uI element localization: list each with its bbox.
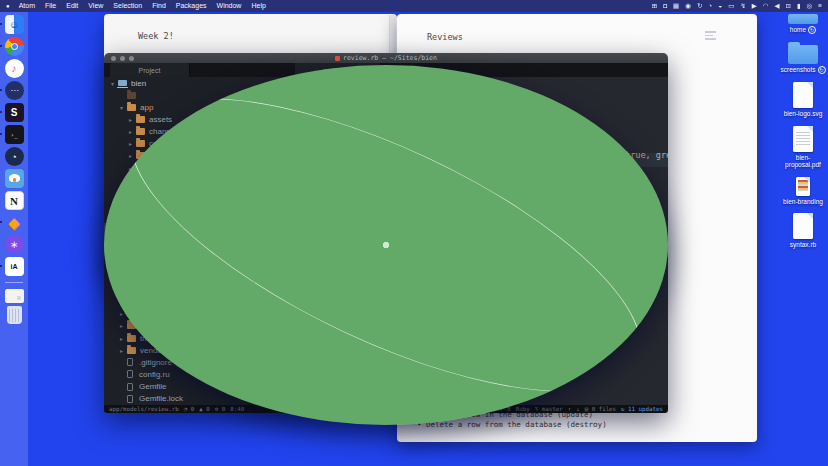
slack-icon[interactable]: S bbox=[5, 103, 24, 122]
minimize-window-button[interactable] bbox=[120, 56, 125, 61]
tab-project[interactable]: Project bbox=[110, 63, 190, 77]
desktop-icon-label: home ↻ bbox=[790, 26, 816, 34]
tree-node-icon bbox=[136, 128, 145, 135]
volume-icon[interactable]: ◀ bbox=[775, 0, 780, 12]
title-bar[interactable]: review.rb — ~/Sites/bien bbox=[104, 53, 668, 63]
tree-item-label: config.ru bbox=[139, 370, 170, 379]
finder-icon[interactable]: ☺ bbox=[5, 15, 24, 34]
chevron-icon: ▸ bbox=[129, 152, 136, 159]
bien-logo-file[interactable]: bien-logo.svg bbox=[779, 82, 827, 118]
app-menus: AtomFileEditViewSelectionFindPackagesWin… bbox=[19, 0, 266, 12]
apple-menu-icon[interactable]: ● bbox=[6, 0, 10, 12]
status-left: app/models/review.rb ◔ 0▲ 0⊘ 08:40 bbox=[109, 406, 244, 412]
file-icon bbox=[796, 177, 810, 196]
chrome-icon[interactable] bbox=[5, 37, 24, 56]
reviews-heading: Reviews bbox=[427, 32, 463, 42]
desktop-icon-label: bien-proposal.pdf bbox=[780, 154, 826, 169]
home-folder[interactable]: home ↻ bbox=[779, 14, 827, 34]
tree-node-icon bbox=[127, 383, 133, 391]
menu-item[interactable]: Find bbox=[152, 0, 166, 12]
sync-badge-icon: ↻ bbox=[818, 66, 826, 74]
tree-node-icon bbox=[127, 335, 136, 342]
contrast-icon[interactable]: ◒ bbox=[718, 0, 722, 12]
tree-item-label: app bbox=[140, 103, 153, 112]
film-app-icon[interactable]: ∗ bbox=[5, 235, 24, 254]
tree-item-label: bien bbox=[131, 79, 146, 88]
window-title: review.rb — ~/Sites/bien bbox=[335, 54, 437, 62]
menu-item[interactable]: Atom bbox=[19, 0, 35, 12]
status-segment[interactable]: ▤ 0 files bbox=[585, 406, 616, 412]
dock-icon-glyph: ∗ bbox=[10, 239, 18, 250]
notification-center-icon[interactable]: ≡ bbox=[818, 0, 822, 12]
desktop-icon-label: screenshots ↻ bbox=[780, 66, 825, 74]
dock-icon-glyph: ☺ bbox=[9, 19, 19, 30]
record-icon[interactable]: ◉ bbox=[685, 0, 691, 12]
sync-icon[interactable]: ↻ bbox=[697, 0, 702, 12]
syntax-file[interactable]: syntax.rb bbox=[779, 213, 827, 249]
status-segment[interactable]: ⌥ master bbox=[535, 406, 563, 412]
close-window-button[interactable] bbox=[111, 56, 116, 61]
battery-icon[interactable]: ▮ bbox=[797, 0, 801, 12]
status-segment[interactable]: ↻ 11 updates bbox=[621, 406, 663, 412]
bolt-icon[interactable]: ↯ bbox=[740, 0, 745, 12]
menu-bar: ● AtomFileEditViewSelectionFindPackagesW… bbox=[0, 0, 828, 12]
bien-branding-file[interactable]: bien-branding bbox=[779, 177, 827, 206]
chevron-icon: ▸ bbox=[120, 347, 127, 354]
chevron-icon: ▸ bbox=[129, 140, 136, 147]
atom-icon[interactable] bbox=[104, 65, 668, 425]
music-icon[interactable]: ♪ bbox=[5, 59, 24, 78]
code-token: , greater_than_ bbox=[646, 150, 668, 160]
screen-icon[interactable]: ⊡ bbox=[786, 0, 791, 12]
tweetbot-icon[interactable] bbox=[5, 169, 24, 188]
shield-icon[interactable]: ◘ bbox=[663, 0, 667, 12]
airplay-icon[interactable]: ▶ bbox=[752, 0, 757, 12]
tree-item-label: Gemfile.lock bbox=[139, 394, 183, 403]
status-segment[interactable]: ↑ bbox=[568, 406, 572, 412]
zoom-window-button[interactable] bbox=[129, 56, 134, 61]
tree-item-label: Gemfile bbox=[139, 382, 167, 391]
notion-icon[interactable]: N bbox=[5, 191, 24, 210]
file-icon bbox=[793, 82, 813, 108]
menu-item[interactable]: Selection bbox=[113, 0, 142, 12]
status-metric[interactable]: ▲ 0 bbox=[199, 406, 209, 412]
chevron-icon: ▸ bbox=[129, 128, 136, 135]
clock-icon[interactable]: ◔ bbox=[708, 0, 712, 12]
dock-icon-glyph: iA bbox=[11, 263, 18, 270]
clock-app-icon[interactable]: ◔ bbox=[5, 147, 24, 166]
tree-node-icon bbox=[136, 140, 145, 147]
chevron-icon: ▸ bbox=[120, 322, 127, 329]
display-mirror-icon[interactable]: ⊞ bbox=[652, 0, 657, 12]
status-segment[interactable]: Ruby bbox=[516, 406, 530, 412]
window-app-icon[interactable]: ▦ bbox=[673, 0, 679, 12]
menu-item[interactable]: File bbox=[45, 0, 56, 12]
menu-bar-tray: ⊞◘▦◉↻◔◒▭↯▶◠◀⊡▮◎≡ bbox=[652, 0, 822, 12]
menu-item[interactable]: Packages bbox=[176, 0, 207, 12]
status-metric[interactable]: ◔ 0 bbox=[184, 406, 194, 412]
ruby-file-icon bbox=[335, 56, 340, 61]
messages-icon[interactable]: ⋯ bbox=[5, 81, 24, 100]
status-metric[interactable]: ⊘ 0 bbox=[215, 406, 225, 412]
file-icon bbox=[788, 14, 818, 24]
status-segment[interactable]: ↓ bbox=[576, 406, 580, 412]
menu-item[interactable]: Window bbox=[217, 0, 242, 12]
letter-icon[interactable] bbox=[5, 289, 24, 303]
ia-writer-icon[interactable]: iA bbox=[5, 257, 24, 276]
window-title-text: review.rb — ~/Sites/bien bbox=[343, 54, 437, 62]
file-icon bbox=[793, 213, 813, 239]
sketch-icon[interactable]: ◆ bbox=[5, 213, 24, 232]
chevron-icon: ▸ bbox=[120, 335, 127, 342]
menu-item[interactable]: Help bbox=[251, 0, 265, 12]
trash-icon[interactable] bbox=[7, 306, 22, 324]
keyboard-icon[interactable]: ▭ bbox=[728, 0, 734, 12]
screenshots-folder[interactable]: screenshots ↻ bbox=[779, 42, 827, 74]
spotlight-icon[interactable]: ◎ bbox=[807, 0, 813, 12]
dock-divider bbox=[5, 282, 23, 283]
menu-item[interactable]: View bbox=[88, 0, 103, 12]
terminal-icon[interactable]: ›_ bbox=[5, 125, 24, 144]
menu-item[interactable]: Edit bbox=[66, 0, 78, 12]
tree-node-icon bbox=[127, 395, 133, 403]
desktop-icon-label: bien-logo.svg bbox=[784, 110, 823, 118]
wifi-icon[interactable]: ◠ bbox=[763, 0, 769, 12]
status-metric[interactable]: 8:40 bbox=[230, 406, 244, 412]
bien-proposal-file[interactable]: bien-proposal.pdf bbox=[779, 126, 827, 169]
